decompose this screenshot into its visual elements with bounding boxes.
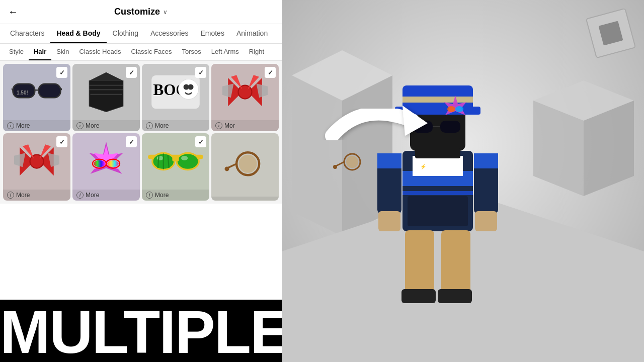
svg-rect-89	[441, 230, 470, 296]
main-container: ← Customize ∨ Characters Head & Body Clo…	[0, 0, 644, 362]
more-label-7: More	[155, 192, 169, 199]
more-label-2: More	[86, 122, 99, 129]
svg-text:1.50!: 1.50!	[17, 90, 28, 96]
item-footer-4: i Mor	[211, 120, 279, 131]
item-image-partial	[211, 133, 279, 197]
page-title: Customize	[114, 7, 160, 17]
item-image-bow2: ✓	[3, 133, 70, 190]
subtab-classic-heads[interactable]: Classic Heads	[74, 44, 126, 60]
partial-icon	[222, 147, 268, 183]
item-footer-6: i More	[72, 190, 140, 201]
svg-rect-70	[408, 196, 468, 226]
subtab-torsos[interactable]: Torsos	[177, 44, 206, 60]
svg-point-18	[238, 85, 252, 99]
chevron-down-icon[interactable]: ∨	[163, 9, 168, 16]
info-icon-6: i	[76, 192, 84, 199]
bow2-icon	[14, 141, 59, 182]
back-button[interactable]: ←	[8, 6, 18, 18]
boo-icon: BOO	[150, 72, 201, 112]
svg-point-47	[239, 155, 257, 173]
tab-animation[interactable]: Animation	[230, 24, 274, 43]
left-panel: ← Customize ∨ Characters Head & Body Clo…	[0, 0, 282, 362]
more-label-4: Mor	[224, 122, 235, 129]
svg-rect-67	[403, 191, 473, 195]
svg-point-25	[30, 155, 44, 168]
svg-marker-7	[89, 72, 123, 81]
nav-tabs: Characters Head & Body Clothing Accessor…	[0, 24, 282, 44]
item-footer-8	[211, 197, 279, 201]
svg-rect-1	[39, 84, 61, 98]
svg-rect-84	[378, 211, 400, 231]
svg-rect-88	[405, 230, 434, 296]
item-image-bandana: ✓	[72, 64, 140, 120]
info-icon-2: i	[76, 122, 84, 129]
check-badge-3: ✓	[195, 67, 206, 78]
sub-tabs: Style Hair Skin Classic Heads Classic Fa…	[0, 44, 282, 61]
svg-point-15	[188, 84, 193, 89]
subtab-left-arms[interactable]: Left Arms	[206, 44, 244, 60]
item-image-bow1: ✓	[211, 64, 279, 120]
more-label-6: More	[86, 192, 99, 199]
multiple-label: MULTIPLE	[0, 305, 282, 359]
roblox-logo	[586, 8, 636, 58]
item-card-sunglasses[interactable]: ✓ 1.50! i More	[3, 64, 70, 131]
item-card-star[interactable]: ✓	[72, 133, 140, 201]
svg-marker-60	[403, 106, 428, 136]
bottom-text-area: MULTIPLE	[0, 300, 282, 362]
svg-point-39	[177, 153, 199, 170]
item-card-partial[interactable]	[211, 133, 279, 201]
info-icon-4: i	[215, 122, 222, 129]
svg-rect-86	[474, 153, 498, 168]
tab-clothing[interactable]: Clothing	[107, 24, 144, 43]
item-card-bow2[interactable]: ✓ i More	[3, 133, 70, 201]
info-icon-5: i	[7, 192, 14, 199]
goggles-icon	[148, 144, 203, 179]
svg-point-36	[107, 160, 119, 167]
svg-point-35	[94, 160, 105, 167]
tab-emotes[interactable]: Emotes	[194, 24, 230, 43]
subtab-style[interactable]: Style	[4, 44, 29, 60]
more-label-3: More	[155, 122, 169, 129]
svg-rect-90	[401, 289, 436, 303]
item-card-bandana[interactable]: ✓ i More	[72, 64, 140, 131]
check-badge-5: ✓	[56, 136, 67, 147]
check-badge-7: ✓	[195, 136, 206, 147]
bow1-icon	[222, 72, 268, 112]
svg-point-49	[225, 166, 229, 171]
check-badge-4: ✓	[265, 67, 276, 78]
svg-rect-91	[438, 289, 472, 303]
svg-line-48	[228, 164, 236, 168]
subtab-classic-faces[interactable]: Classic Faces	[126, 44, 177, 60]
item-footer-7: i More	[142, 190, 209, 201]
title-area: Customize ∨	[114, 7, 168, 17]
item-image-sunglasses: ✓ 1.50!	[3, 64, 70, 120]
item-footer-5: i More	[3, 190, 70, 201]
item-card-bow1[interactable]: ✓ i Mor	[211, 64, 279, 131]
info-icon-3: i	[146, 122, 153, 129]
arrow-area	[322, 90, 453, 181]
tab-characters[interactable]: Characters	[4, 24, 50, 43]
sunglasses-icon: 1.50!	[12, 74, 62, 110]
svg-point-13	[179, 79, 199, 99]
bandana-icon	[84, 69, 129, 115]
item-card-goggles[interactable]: ✓	[142, 133, 209, 201]
info-icon-7: i	[146, 192, 153, 199]
more-label-5: More	[16, 192, 30, 199]
check-badge-2: ✓	[126, 67, 137, 78]
item-card-boo[interactable]: ✓ BOO i More	[142, 64, 209, 131]
svg-rect-40	[172, 157, 179, 161]
svg-point-41	[157, 156, 164, 160]
svg-point-80	[455, 106, 463, 112]
svg-rect-87	[475, 211, 497, 231]
tab-head-body[interactable]: Head & Body	[50, 24, 106, 43]
tab-accessories[interactable]: Accessories	[144, 24, 194, 43]
item-footer-1: i More	[3, 120, 70, 131]
svg-point-42	[181, 156, 188, 160]
item-footer-3: i More	[142, 120, 209, 131]
check-badge-6: ✓	[126, 136, 137, 147]
star-icon	[84, 139, 129, 184]
subtab-skin[interactable]: Skin	[51, 44, 74, 60]
subtab-hair[interactable]: Hair	[29, 44, 51, 60]
more-label-1: More	[16, 122, 30, 129]
subtab-right[interactable]: Right	[244, 44, 269, 60]
